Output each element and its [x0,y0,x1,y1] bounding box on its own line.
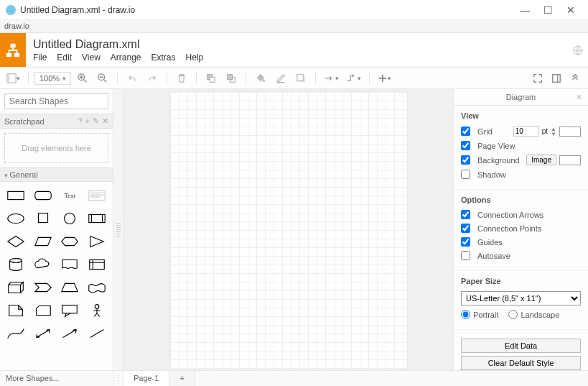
background-checkbox[interactable] [461,155,470,165]
shape-square[interactable] [30,209,56,228]
shape-step[interactable] [30,278,56,297]
menu-bar: File Edit View Arrange Extras Help [33,52,568,63]
scratchpad-close-icon[interactable]: ✕ [102,116,108,126]
scratchpad-edit-icon[interactable]: ✎ [93,116,99,126]
scratchpad-dropzone[interactable]: Drag elements here [4,133,108,163]
svg-rect-9 [210,77,215,82]
undo-button[interactable] [123,70,141,87]
collapse-button[interactable] [566,70,584,87]
clear-default-style-button[interactable]: Clear Default Style [461,356,581,370]
to-back-button[interactable] [223,70,240,87]
language-icon[interactable] [568,33,588,67]
shadow-checkbox[interactable] [461,170,470,179]
window-maximize-button[interactable]: ☐ [536,3,559,17]
format-panel-button[interactable] [548,70,565,87]
window-close-button[interactable]: ✕ [559,3,582,17]
toolbar: ▾ 100%▾ ▾ ▾ ▾ [0,68,588,89]
shape-callout[interactable] [57,301,83,320]
window-minimize-button[interactable]: — [513,3,536,17]
shape-cloud[interactable] [30,255,56,274]
view-dropdown-button[interactable]: ▾ [4,70,22,87]
background-image-button[interactable]: Image [526,155,556,165]
shape-actor[interactable] [84,301,110,320]
shape-parallelogram[interactable] [30,232,56,251]
pages-handle[interactable]: ⋮ [113,371,123,386]
fill-color-button[interactable] [252,70,269,87]
document-title[interactable]: Untitled Diagram.xml [33,38,568,51]
shape-curve[interactable] [3,324,29,343]
general-section-header[interactable]: ▾ General [0,167,113,182]
zoom-select[interactable]: 100%▾ [34,72,71,85]
svg-rect-14 [553,74,561,82]
svg-rect-20 [38,213,47,223]
shape-rect[interactable] [3,186,29,205]
shape-bidir-arrow[interactable] [30,324,56,343]
insert-button[interactable]: ▾ [375,70,393,87]
more-shapes-button[interactable]: More Shapes... [0,371,113,386]
shape-rounded-rect[interactable] [30,186,56,205]
shadow-button[interactable] [292,70,309,87]
menu-arrange[interactable]: Arrange [111,52,141,63]
svg-rect-25 [62,305,78,313]
grid-color-swatch[interactable] [559,127,581,137]
menu-edit[interactable]: Edit [57,52,72,63]
shape-note[interactable] [3,301,29,320]
edit-data-button[interactable]: Edit Data [461,339,581,353]
page-tab-1[interactable]: Page-1 [123,371,169,386]
menu-view[interactable]: View [82,52,101,63]
delete-button[interactable] [173,70,190,87]
background-color-swatch[interactable] [559,155,581,165]
shape-arrow[interactable] [57,324,83,343]
line-color-button[interactable] [272,70,289,87]
connection-button[interactable]: ▾ [322,70,341,87]
svg-rect-12 [277,82,285,83]
shape-tape[interactable] [84,278,110,297]
header: Untitled Diagram.xml File Edit View Arra… [0,33,588,68]
canvas-area[interactable] [123,89,453,370]
menu-help[interactable]: Help [186,52,204,63]
connection-arrows-label: Connection Arrows [477,211,581,219]
shape-trapezoid[interactable] [57,278,83,297]
portrait-radio[interactable] [461,310,470,319]
shape-cylinder[interactable] [3,255,29,274]
landscape-radio[interactable] [508,310,518,319]
shape-line[interactable] [84,324,110,343]
grid-size-input[interactable] [513,126,539,137]
shape-internal-storage[interactable] [84,255,110,274]
svg-point-26 [95,305,99,309]
sidebar-splitter[interactable] [113,89,123,370]
connection-points-checkbox[interactable] [461,224,470,233]
shape-triangle[interactable] [84,232,110,251]
zoom-in-button[interactable] [74,70,91,87]
shape-textbox[interactable] [84,186,110,205]
redo-button[interactable] [144,70,161,87]
connection-arrows-checkbox[interactable] [461,210,470,219]
grid-checkbox[interactable] [461,127,470,136]
fullscreen-button[interactable] [529,70,546,87]
scratchpad-add-icon[interactable]: + [85,116,90,126]
autosave-checkbox[interactable] [461,251,470,260]
add-page-button[interactable]: + [169,371,195,386]
papersize-select[interactable]: US-Letter (8,5" x 11") [461,291,581,305]
shape-diamond[interactable] [3,232,29,251]
to-front-button[interactable] [202,70,220,87]
search-shapes-input[interactable] [9,96,113,106]
scratchpad-header[interactable]: Scratchpad ? + ✎ ✕ [0,114,113,129]
menu-file[interactable]: File [33,52,47,63]
shape-cube[interactable] [3,278,29,297]
shape-circle[interactable] [57,209,83,228]
menu-extras[interactable]: Extras [151,52,176,63]
shape-ellipse[interactable] [3,209,29,228]
scratchpad-help-icon[interactable]: ? [78,116,82,126]
shape-text[interactable]: Text [57,186,83,205]
shape-process[interactable] [84,209,110,228]
pageview-checkbox[interactable] [461,141,470,150]
waypoint-button[interactable]: ▾ [344,70,363,87]
canvas-page[interactable] [170,92,407,369]
shape-document[interactable] [57,255,83,274]
shape-hexagon[interactable] [57,232,83,251]
shape-card[interactable] [30,301,56,320]
guides-checkbox[interactable] [461,237,470,247]
zoom-out-button[interactable] [94,70,111,87]
format-panel-close-icon[interactable]: ✕ [576,93,582,102]
